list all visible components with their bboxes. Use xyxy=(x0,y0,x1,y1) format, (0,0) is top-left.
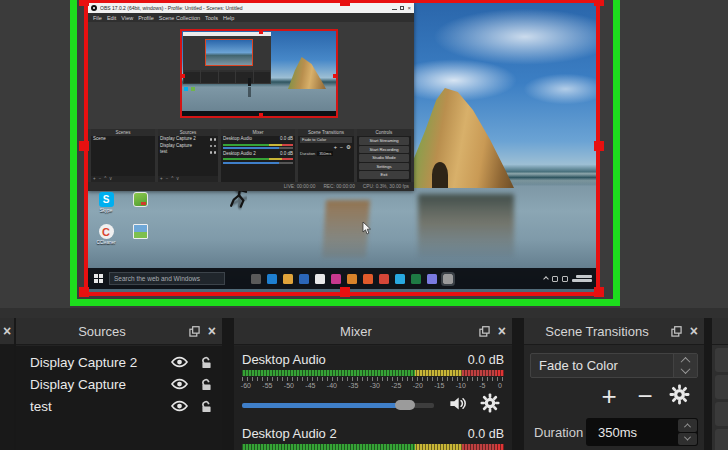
selection-handle-mid-left[interactable] xyxy=(79,141,89,151)
duration-spinbox[interactable]: 350ms xyxy=(586,418,698,446)
scenes-panel-clipped: × xyxy=(0,318,14,450)
close-icon[interactable]: × xyxy=(208,324,216,338)
panel-titlebar xyxy=(712,318,728,345)
chevron-down-icon xyxy=(681,364,691,374)
source-label: Display Capture xyxy=(30,377,126,392)
close-icon[interactable]: × xyxy=(498,324,506,338)
sources-panel: Sources × Display Capture 2 Display Capt… xyxy=(16,318,222,450)
duration-label: Duration xyxy=(534,425,583,440)
lock-icon[interactable] xyxy=(200,400,213,413)
transitions-body: Fade to Color + − Duration 3 xyxy=(524,346,704,450)
sources-panel-titlebar[interactable]: Sources × xyxy=(16,318,222,345)
visibility-eye-icon[interactable] xyxy=(170,356,189,368)
obs-main-window: OBS 17.0.2 (64bit, windows) - Profile: U… xyxy=(0,0,728,450)
dock-panels-row: × Sources × Display Capture 2 xyxy=(0,308,728,450)
selection-handle-bottom-left[interactable] xyxy=(79,287,89,297)
track-name: Desktop Audio xyxy=(242,352,326,367)
float-panel-icon[interactable] xyxy=(671,326,682,337)
track-level: 0.0 dB xyxy=(468,427,504,441)
lock-icon[interactable] xyxy=(200,378,213,391)
panel-title: Scene Transitions xyxy=(545,324,682,339)
clipped-button[interactable] xyxy=(715,429,728,450)
selection-handle-bottom-right[interactable] xyxy=(594,287,604,297)
volume-meter xyxy=(242,444,504,450)
track-gear-icon[interactable] xyxy=(480,393,500,417)
transition-select-spinner[interactable] xyxy=(673,354,697,377)
transition-selected-value: Fade to Color xyxy=(531,358,618,373)
float-panel-icon[interactable] xyxy=(479,326,490,337)
close-icon[interactable]: × xyxy=(690,324,698,338)
controls-panel-clipped xyxy=(712,318,728,450)
duration-value: 350ms xyxy=(586,425,637,440)
panel-title: Sources xyxy=(78,324,160,339)
mixer-panel: Mixer × Desktop Audio 0.0 dB -60 -55 xyxy=(234,318,512,450)
selection-handle-top-left[interactable] xyxy=(79,0,89,6)
track-name: Desktop Audio 2 xyxy=(242,426,337,441)
dock-splitter[interactable] xyxy=(0,308,728,318)
selection-handle-mid-right[interactable] xyxy=(594,141,604,151)
preview-area[interactable]: OBS 17.0.2 (64bit, windows) - Profile: U… xyxy=(0,0,728,308)
volume-slider[interactable] xyxy=(242,399,434,411)
transitions-panel-titlebar[interactable]: Scene Transitions × xyxy=(524,318,704,345)
float-panel-icon[interactable] xyxy=(189,326,200,337)
add-transition-button[interactable]: + xyxy=(591,384,627,408)
remove-transition-button[interactable]: − xyxy=(627,384,663,408)
transition-properties-gear-icon[interactable] xyxy=(669,384,690,409)
selection-handle-top-center[interactable] xyxy=(340,0,350,6)
chevron-up-icon xyxy=(684,423,691,430)
mixer-panel-titlebar[interactable]: Mixer × xyxy=(234,318,512,345)
clipped-button[interactable] xyxy=(715,348,728,372)
source-row[interactable]: Display Capture 2 xyxy=(16,351,222,373)
speaker-icon[interactable] xyxy=(448,394,467,417)
source-label: test xyxy=(30,399,52,414)
transition-select[interactable]: Fade to Color xyxy=(530,353,698,378)
meter-ticks xyxy=(242,377,504,381)
duration-increase-button[interactable] xyxy=(678,419,697,432)
source-label: Display Capture 2 xyxy=(30,355,137,370)
source-row[interactable]: test xyxy=(16,395,222,417)
track-level: 0.0 dB xyxy=(468,353,504,367)
duration-decrease-button[interactable] xyxy=(678,433,697,446)
volume-slider-handle[interactable] xyxy=(395,400,415,410)
panel-title: Mixer xyxy=(340,324,406,339)
chevron-down-icon xyxy=(684,434,691,441)
selection-handle-top-right[interactable] xyxy=(594,0,604,6)
selection-handle-bottom-center[interactable] xyxy=(340,287,350,297)
visibility-eye-icon[interactable] xyxy=(170,400,189,412)
source-selection-border[interactable] xyxy=(84,0,600,296)
clipped-button[interactable] xyxy=(715,402,728,426)
clipped-button[interactable] xyxy=(715,375,728,399)
visibility-eye-icon[interactable] xyxy=(170,378,189,390)
sources-list: Display Capture 2 Display Capture test xyxy=(16,346,222,450)
volume-meter xyxy=(242,370,504,376)
scene-transitions-panel: Scene Transitions × Fade to Color xyxy=(524,318,704,450)
close-icon[interactable]: × xyxy=(3,324,11,338)
source-row[interactable]: Display Capture xyxy=(16,373,222,395)
meter-scale: -60 -55 -50 -45 -40 -35 -30 -25 -20 -15 … xyxy=(242,382,504,392)
mixer-body: Desktop Audio 0.0 dB -60 -55 -50 -45 -40… xyxy=(234,346,512,450)
lock-icon[interactable] xyxy=(200,356,213,369)
